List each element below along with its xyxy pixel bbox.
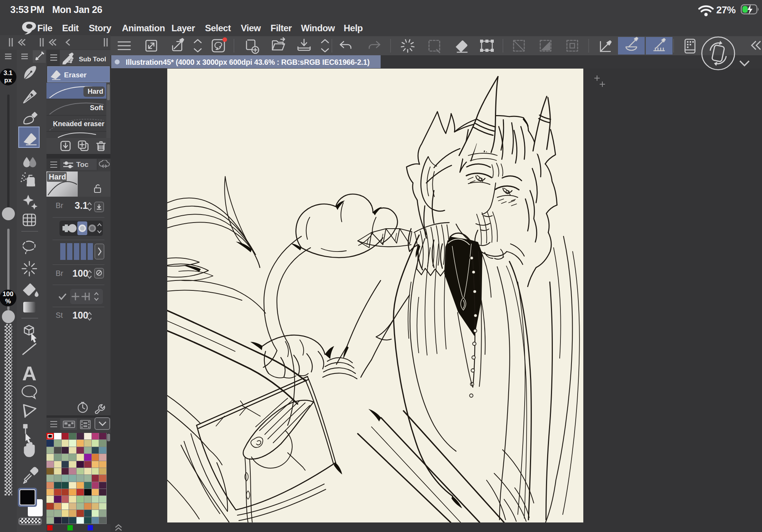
svg-text:A: A	[22, 362, 37, 385]
svg-text:%: %	[5, 298, 11, 305]
svg-text:px: px	[4, 77, 12, 84]
svg-text:100: 100	[3, 290, 13, 298]
svg-text:3.1: 3.1	[3, 69, 13, 77]
svg-text:Toc: Toc	[76, 160, 89, 168]
